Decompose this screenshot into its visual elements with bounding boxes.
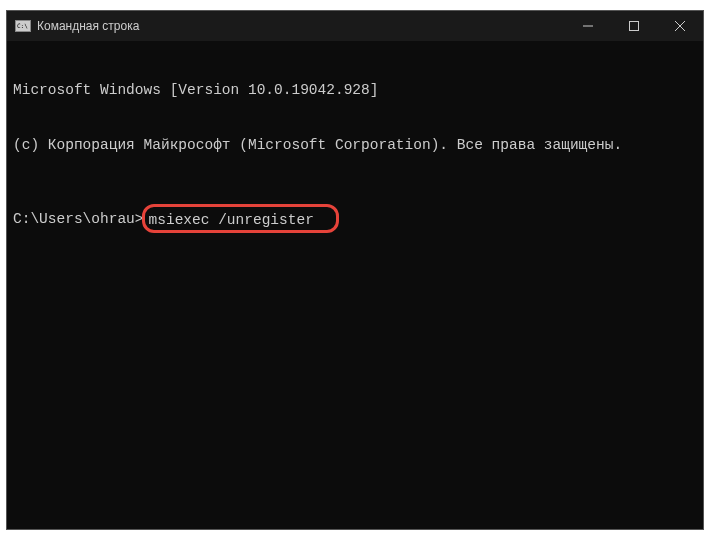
prompt-line: C:\Users\ohrau>msiexec /unregister [13,204,697,233]
terminal-area[interactable]: Microsoft Windows [Version 10.0.19042.92… [7,41,703,529]
window-title: Командная строка [37,19,565,33]
svg-rect-1 [630,22,639,31]
cursor [314,208,322,224]
version-line: Microsoft Windows [Version 10.0.19042.92… [13,81,697,99]
command-highlight: msiexec /unregister [142,204,339,233]
prompt-text: C:\Users\ohrau> [13,210,144,228]
maximize-button[interactable] [611,11,657,41]
command-prompt-window: Командная строка Microsoft Windows [Vers… [6,10,704,530]
copyright-line: (c) Корпорация Майкрософт (Microsoft Cor… [13,136,697,154]
minimize-button[interactable] [565,11,611,41]
cmd-icon [15,20,31,32]
close-button[interactable] [657,11,703,41]
window-controls [565,11,703,41]
command-text: msiexec /unregister [149,212,314,228]
titlebar[interactable]: Командная строка [7,11,703,41]
